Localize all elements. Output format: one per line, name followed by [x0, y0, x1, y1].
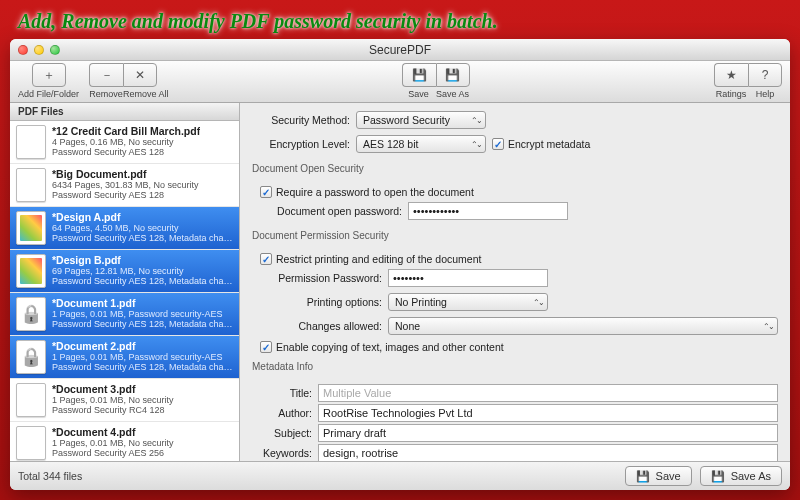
save-icon: 💾	[412, 68, 427, 82]
doc-open-password-label: Document open password:	[252, 205, 402, 217]
file-subtitle: 1 Pages, 0.01 MB, No security	[52, 438, 174, 448]
file-subtitle: 64 Pages, 4.50 MB, No security	[52, 223, 233, 233]
meta-author-label: Author:	[252, 407, 312, 419]
toolbar-label: Remove	[89, 89, 123, 99]
add-file-folder-button[interactable]: ＋	[32, 63, 66, 87]
permission-group-title: Document Permission Security	[252, 230, 778, 241]
minimize-window-button[interactable]	[34, 45, 44, 55]
file-thumbnail-icon	[16, 211, 46, 245]
file-thumbnail-icon	[16, 383, 46, 417]
checkmark-icon: ✓	[260, 253, 272, 265]
meta-subject-field[interactable]: Primary draft	[318, 424, 778, 442]
file-thumbnail-icon	[16, 297, 46, 331]
printing-options-label: Printing options:	[252, 296, 382, 308]
file-list-row[interactable]: *Document 2.pdf1 Pages, 0.01 MB, Passwor…	[10, 336, 239, 379]
checkmark-icon: ✓	[260, 186, 272, 198]
changes-allowed-select[interactable]: None	[388, 317, 778, 335]
help-button[interactable]: ?	[748, 63, 782, 87]
meta-keywords-field[interactable]: design, rootrise	[318, 444, 778, 461]
security-method-select[interactable]: Password Security	[356, 111, 486, 129]
file-list-row[interactable]: *Design A.pdf64 Pages, 4.50 MB, No secur…	[10, 207, 239, 250]
file-list-row[interactable]: *Document 1.pdf1 Pages, 0.01 MB, Passwor…	[10, 293, 239, 336]
file-name: *Big Document.pdf	[52, 168, 199, 180]
bottom-save-button[interactable]: 💾 Save	[625, 466, 692, 486]
enable-copy-checkbox[interactable]: ✓ Enable copying of text, images and oth…	[260, 341, 778, 353]
file-security-info: Password Security RC4 128	[52, 405, 174, 415]
file-name: *Document 1.pdf	[52, 297, 233, 309]
require-open-password-label: Require a password to open the document	[276, 186, 474, 198]
file-security-info: Password Security AES 128, Metadata chan…	[52, 233, 233, 243]
encryption-level-select[interactable]: AES 128 bit	[356, 135, 486, 153]
file-subtitle: 6434 Pages, 301.83 MB, No security	[52, 180, 199, 190]
save-as-icon: 💾	[445, 68, 460, 82]
file-list-row[interactable]: *Big Document.pdf6434 Pages, 301.83 MB, …	[10, 164, 239, 207]
file-thumbnail-icon	[16, 254, 46, 288]
remove-button[interactable]: －	[89, 63, 123, 87]
file-security-info: Password Security AES 128, Metadata chan…	[52, 362, 233, 372]
permission-password-field[interactable]: ••••••••	[388, 269, 548, 287]
changes-allowed-label: Changes allowed:	[252, 320, 382, 332]
file-security-info: Password Security AES 128, Metadata chan…	[52, 319, 233, 329]
file-subtitle: 4 Pages, 0.16 MB, No security	[52, 137, 200, 147]
encrypt-metadata-label: Encrypt metadata	[508, 138, 590, 150]
toolbar-save-as-button[interactable]: 💾	[436, 63, 470, 87]
titlebar: SecurePDF	[10, 39, 790, 61]
x-icon: ✕	[135, 68, 145, 82]
doc-open-password-field[interactable]: ••••••••••••	[408, 202, 568, 220]
file-name: *Document 2.pdf	[52, 340, 233, 352]
save-as-icon: 💾	[711, 470, 725, 483]
toolbar-label: Add File/Folder	[18, 89, 79, 99]
help-icon: ?	[762, 68, 769, 82]
minus-icon: －	[101, 67, 113, 84]
file-subtitle: 1 Pages, 0.01 MB, Password security-AES	[52, 309, 233, 319]
file-thumbnail-icon	[16, 340, 46, 374]
permission-password-label: Permission Password:	[252, 272, 382, 284]
zoom-window-button[interactable]	[50, 45, 60, 55]
doc-open-group-title: Document Open Security	[252, 163, 778, 174]
security-method-label: Security Method:	[252, 114, 350, 126]
app-window: SecurePDF ＋ Add File/Folder － ✕ Remove R…	[10, 39, 790, 490]
ratings-button[interactable]: ★	[714, 63, 748, 87]
file-list-row[interactable]: *Document 4.pdf1 Pages, 0.01 MB, No secu…	[10, 422, 239, 461]
file-list-row[interactable]: *Design B.pdf69 Pages, 12.81 MB, No secu…	[10, 250, 239, 293]
file-name: *Design A.pdf	[52, 211, 233, 223]
file-list-sidebar: PDF Files *12 Credit Card Bill March.pdf…	[10, 103, 240, 461]
require-open-password-checkbox[interactable]: ✓ Require a password to open the documen…	[260, 186, 778, 198]
window-title: SecurePDF	[10, 43, 790, 57]
toolbar-label: Ratings	[714, 89, 748, 99]
file-security-info: Password Security AES 128	[52, 190, 199, 200]
printing-options-select[interactable]: No Printing	[388, 293, 548, 311]
toolbar-label: Help	[748, 89, 782, 99]
close-window-button[interactable]	[18, 45, 28, 55]
toolbar-save-button[interactable]: 💾	[402, 63, 436, 87]
file-list[interactable]: *12 Credit Card Bill March.pdf4 Pages, 0…	[10, 121, 239, 461]
promo-tagline: Add, Remove and modify PDF password secu…	[18, 10, 784, 33]
checkmark-icon: ✓	[260, 341, 272, 353]
file-list-row[interactable]: *Document 3.pdf1 Pages, 0.01 MB, No secu…	[10, 379, 239, 422]
file-list-row[interactable]: *12 Credit Card Bill March.pdf4 Pages, 0…	[10, 121, 239, 164]
remove-all-button[interactable]: ✕	[123, 63, 157, 87]
meta-title-label: Title:	[252, 387, 312, 399]
file-security-info: Password Security AES 128	[52, 147, 200, 157]
meta-author-field[interactable]: RootRise Technologies Pvt Ltd	[318, 404, 778, 422]
encrypt-metadata-checkbox[interactable]: ✓ Encrypt metadata	[492, 138, 590, 150]
file-thumbnail-icon	[16, 426, 46, 460]
toolbar-label: Remove All	[123, 89, 157, 99]
detail-pane: Security Method: Password Security Encry…	[240, 103, 790, 461]
restrict-checkbox[interactable]: ✓ Restrict printing and editing of the d…	[260, 253, 778, 265]
star-icon: ★	[726, 68, 737, 82]
toolbar-label: Save As	[436, 89, 470, 99]
toolbar: ＋ Add File/Folder － ✕ Remove Remove All …	[10, 61, 790, 103]
status-text: Total 344 files	[18, 470, 82, 482]
checkmark-icon: ✓	[492, 138, 504, 150]
encryption-level-label: Encryption Level:	[252, 138, 350, 150]
meta-title-field[interactable]: Multiple Value	[318, 384, 778, 402]
file-subtitle: 1 Pages, 0.01 MB, No security	[52, 395, 174, 405]
file-name: *Document 4.pdf	[52, 426, 174, 438]
bottom-bar: Total 344 files 💾 Save 💾 Save As	[10, 461, 790, 490]
meta-keywords-label: Keywords:	[252, 447, 312, 459]
toolbar-label: Save	[402, 89, 436, 99]
bottom-save-as-button[interactable]: 💾 Save As	[700, 466, 782, 486]
file-name: *Design B.pdf	[52, 254, 233, 266]
bottom-save-label: Save	[656, 470, 681, 482]
